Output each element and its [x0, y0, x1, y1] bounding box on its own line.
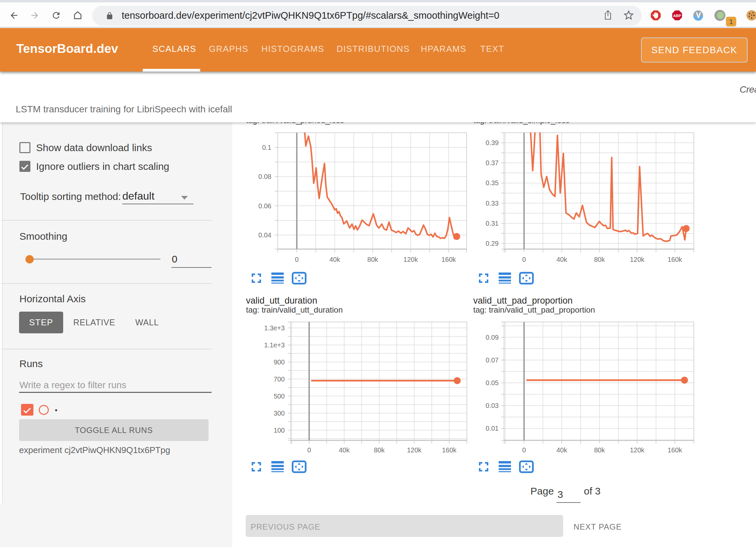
svg-text:0.07: 0.07	[486, 356, 499, 364]
svg-text:80k: 80k	[367, 256, 378, 263]
svg-text:100: 100	[274, 427, 285, 434]
svg-text:80k: 80k	[594, 446, 605, 454]
svg-text:160k: 160k	[442, 446, 457, 454]
svg-text:900: 900	[274, 358, 285, 366]
svg-text:0: 0	[307, 446, 311, 454]
svg-text:300: 300	[274, 410, 285, 417]
svg-text:1.1e+3: 1.1e+3	[264, 341, 285, 349]
svg-text:0.09: 0.09	[486, 334, 499, 341]
svg-text:160k: 160k	[668, 446, 682, 454]
svg-text:0: 0	[522, 256, 526, 263]
svg-text:0: 0	[295, 256, 298, 263]
svg-text:120k: 120k	[630, 256, 645, 263]
svg-text:120k: 120k	[403, 256, 418, 263]
svg-text:0.06: 0.06	[258, 202, 271, 210]
svg-text:0.03: 0.03	[486, 402, 499, 409]
svg-text:40k: 40k	[556, 446, 568, 454]
svg-text:0.08: 0.08	[258, 173, 271, 180]
svg-text:0.33: 0.33	[486, 200, 499, 207]
svg-text:0.37: 0.37	[486, 159, 499, 167]
svg-text:120k: 120k	[630, 446, 645, 454]
svg-text:160k: 160k	[668, 256, 682, 263]
svg-text:500: 500	[274, 393, 285, 400]
svg-text:1.3e+3: 1.3e+3	[264, 324, 285, 332]
svg-text:0: 0	[522, 446, 526, 454]
svg-text:40k: 40k	[339, 446, 350, 454]
svg-text:0.31: 0.31	[486, 220, 499, 227]
svg-text:ABP: ABP	[673, 14, 681, 18]
svg-text:40k: 40k	[329, 256, 340, 263]
svg-text:0.39: 0.39	[486, 139, 499, 146]
svg-text:80k: 80k	[374, 446, 385, 454]
svg-text:40k: 40k	[556, 256, 568, 263]
svg-text:80k: 80k	[594, 256, 605, 263]
svg-text:0.29: 0.29	[486, 240, 499, 247]
svg-text:0.01: 0.01	[486, 425, 499, 432]
svg-text:0.05: 0.05	[486, 379, 499, 387]
svg-text:120k: 120k	[407, 446, 422, 454]
svg-text:0.04: 0.04	[258, 231, 271, 239]
svg-text:0.1: 0.1	[262, 144, 271, 151]
svg-text:160k: 160k	[442, 256, 456, 263]
svg-text:0.35: 0.35	[486, 179, 499, 187]
svg-text:700: 700	[274, 375, 285, 383]
